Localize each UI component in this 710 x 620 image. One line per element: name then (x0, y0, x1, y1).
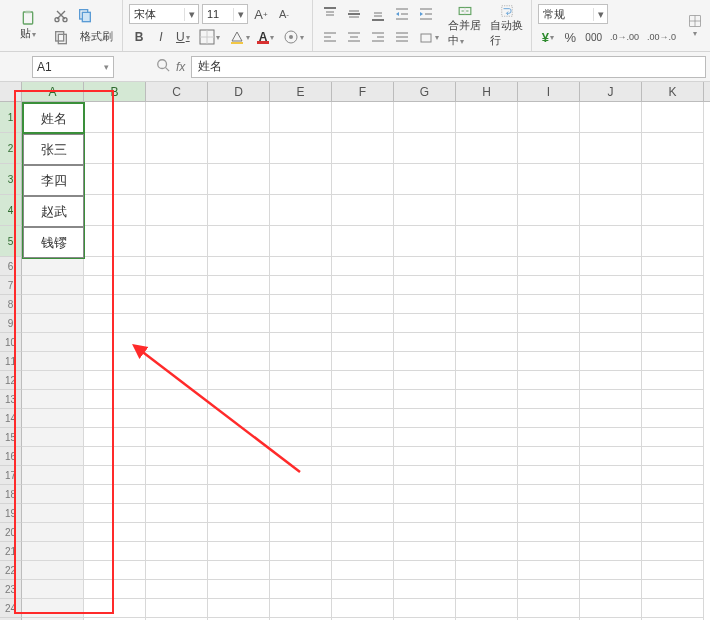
cell[interactable] (394, 133, 456, 164)
row-header[interactable]: 1 (0, 102, 22, 133)
cell[interactable] (332, 409, 394, 428)
cell[interactable] (146, 447, 208, 466)
cell[interactable] (580, 314, 642, 333)
cell[interactable] (394, 580, 456, 599)
cell[interactable] (208, 409, 270, 428)
font-size-combo[interactable]: 11▾ (202, 4, 248, 24)
cell[interactable] (332, 164, 394, 195)
cell[interactable] (270, 542, 332, 561)
shrink-font-button[interactable]: A- (274, 4, 294, 24)
cell[interactable] (518, 599, 580, 618)
cell[interactable] (580, 164, 642, 195)
cell[interactable] (84, 333, 146, 352)
cell[interactable] (642, 295, 704, 314)
cell[interactable] (84, 314, 146, 333)
cell[interactable] (332, 276, 394, 295)
cell[interactable] (84, 352, 146, 371)
row-header[interactable]: 10 (0, 333, 22, 352)
row-header[interactable]: 8 (0, 295, 22, 314)
cell[interactable] (208, 447, 270, 466)
row-header[interactable]: 23 (0, 580, 22, 599)
cell[interactable] (84, 226, 146, 257)
cell[interactable] (580, 371, 642, 390)
cell[interactable] (580, 295, 642, 314)
percent-button[interactable]: % (560, 27, 580, 47)
cell[interactable] (332, 314, 394, 333)
cell[interactable] (518, 523, 580, 542)
cell[interactable] (270, 409, 332, 428)
cell[interactable] (518, 333, 580, 352)
merge-center-button[interactable]: 合并居中▾ (445, 4, 485, 48)
cell[interactable] (22, 428, 84, 447)
cell[interactable] (270, 276, 332, 295)
cell[interactable] (518, 466, 580, 485)
cell[interactable] (456, 276, 518, 295)
cell[interactable] (270, 599, 332, 618)
align-middle-button[interactable] (343, 4, 365, 24)
cell[interactable] (394, 333, 456, 352)
cell[interactable] (146, 542, 208, 561)
cell[interactable] (642, 133, 704, 164)
row-header[interactable]: 24 (0, 599, 22, 618)
cell[interactable] (332, 599, 394, 618)
formula-bar[interactable]: 姓名 (191, 56, 706, 78)
cell[interactable] (146, 580, 208, 599)
col-header-E[interactable]: E (270, 82, 332, 101)
cell[interactable] (84, 164, 146, 195)
cell[interactable] (332, 133, 394, 164)
align-bottom-button[interactable] (367, 4, 389, 24)
cell[interactable] (580, 504, 642, 523)
cell[interactable] (642, 314, 704, 333)
wrap-text-button[interactable]: 自动换行 (487, 4, 527, 48)
cell[interactable] (22, 599, 84, 618)
cell[interactable] (332, 523, 394, 542)
cell[interactable] (580, 447, 642, 466)
cell[interactable] (146, 485, 208, 504)
cell[interactable] (642, 333, 704, 352)
cell[interactable] (642, 276, 704, 295)
cell[interactable] (332, 390, 394, 409)
cell[interactable] (22, 485, 84, 504)
cell[interactable] (456, 257, 518, 276)
cell[interactable] (394, 257, 456, 276)
cell[interactable] (208, 561, 270, 580)
cell[interactable] (22, 561, 84, 580)
row-header[interactable]: 18 (0, 485, 22, 504)
cell[interactable] (22, 447, 84, 466)
cell[interactable] (22, 371, 84, 390)
cell[interactable] (332, 428, 394, 447)
cell[interactable] (84, 599, 146, 618)
row-header[interactable]: 22 (0, 561, 22, 580)
currency-button[interactable]: ¥▾ (538, 27, 558, 47)
cell[interactable] (270, 428, 332, 447)
cell[interactable] (270, 485, 332, 504)
cell[interactable] (332, 466, 394, 485)
cell[interactable] (580, 561, 642, 580)
cell[interactable] (456, 195, 518, 226)
cell[interactable] (270, 390, 332, 409)
cell[interactable] (394, 466, 456, 485)
cell[interactable] (332, 102, 394, 133)
cell[interactable] (394, 485, 456, 504)
cell[interactable] (456, 504, 518, 523)
cell[interactable] (642, 504, 704, 523)
comma-button[interactable]: 000 (582, 27, 605, 47)
cell[interactable] (518, 485, 580, 504)
cell[interactable] (146, 314, 208, 333)
cell[interactable] (580, 390, 642, 409)
cell[interactable] (518, 390, 580, 409)
cell[interactable] (208, 428, 270, 447)
cell[interactable] (642, 102, 704, 133)
col-header-G[interactable]: G (394, 82, 456, 101)
cell[interactable] (332, 226, 394, 257)
cell[interactable] (456, 523, 518, 542)
italic-button[interactable]: I (151, 27, 171, 47)
cell[interactable] (84, 409, 146, 428)
row-header[interactable]: 21 (0, 542, 22, 561)
cell[interactable] (642, 371, 704, 390)
format-painter-button[interactable]: 格式刷 (74, 27, 118, 47)
row-header[interactable]: 16 (0, 447, 22, 466)
cell[interactable] (84, 276, 146, 295)
cell[interactable] (22, 314, 84, 333)
cell[interactable] (208, 485, 270, 504)
